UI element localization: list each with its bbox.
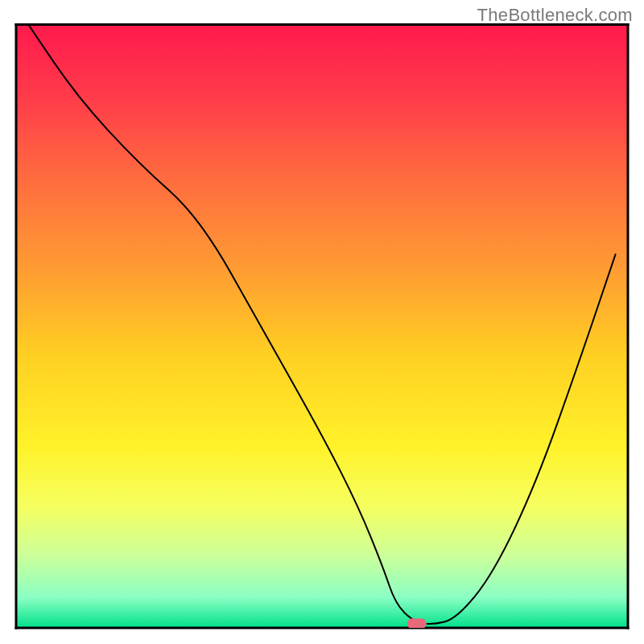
chart-container: TheBottleneck.com [0, 0, 644, 644]
optimal-point-marker [407, 618, 427, 629]
bottleneck-plot [0, 0, 644, 644]
gradient-background [16, 24, 628, 628]
attribution-text: TheBottleneck.com [477, 5, 633, 26]
